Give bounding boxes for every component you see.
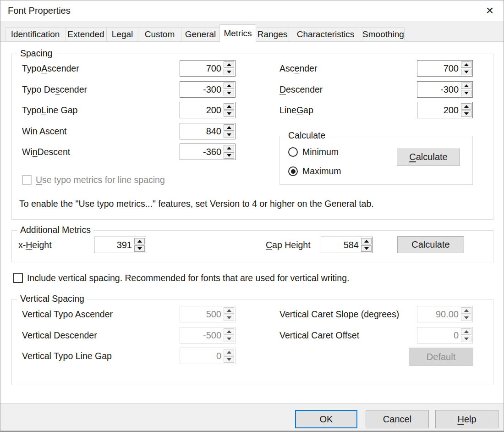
calculate-button[interactable]: Calculate [397,149,460,166]
arrow-up-icon [464,63,469,66]
arrow-up-icon [464,105,469,108]
vertical-caret-slope-label: Vertical Caret Slope (degrees) [279,306,399,322]
line-gap-input[interactable] [417,102,461,118]
additional-metrics-title: Additional Metrics [17,225,93,235]
typo-ascender-input[interactable] [180,61,224,76]
ascender-label: Ascender [279,60,317,77]
close-button[interactable]: × [479,1,501,20]
tab-characteristics[interactable]: Characteristics [289,27,362,41]
vertical-caret-slope-spinner [417,306,473,322]
spinner-up-button[interactable] [224,61,234,68]
typo-metrics-note: To enable the "Use typo metrics..." feat… [19,199,374,209]
arrow-up-icon [227,330,231,333]
tab-extended[interactable]: Extended [65,27,107,41]
spinner-down-button[interactable] [461,111,471,117]
spinner-down-button[interactable] [461,69,471,75]
typo-line-gap-label: Typo Line Gap [22,102,77,118]
spinner-down-button [224,336,234,342]
tab-metrics[interactable]: Metrics [219,24,256,42]
win-descent-input[interactable] [180,144,224,160]
tab-smoothing[interactable]: Smoothing [362,27,405,41]
calculate-additional-button[interactable]: Calculate [397,236,464,253]
spinner-down-button[interactable] [224,111,234,117]
arrow-down-icon [227,358,231,361]
win-ascent-spinner [180,123,236,139]
minimum-radio[interactable] [288,147,298,157]
arrow-down-icon [464,92,469,94]
arrow-up-icon [227,309,231,312]
ok-button[interactable]: OK [295,410,357,428]
spinner-down-button [224,356,234,363]
include-vertical-label: Include vertical spacing. Recommended fo… [27,273,349,283]
spinner-down-button[interactable] [224,69,234,75]
arrow-up-icon [227,63,231,66]
win-ascent-input[interactable] [180,123,224,139]
tab-identification[interactable]: Identification [5,27,66,41]
tab-ranges[interactable]: Ranges [256,27,289,41]
arrow-down-icon [137,247,142,250]
spinner-up-button[interactable] [224,83,234,89]
spinner-up-button[interactable] [461,61,471,68]
arrow-down-icon [464,112,469,115]
cap-height-label: Cap Height [266,237,311,253]
metrics-tab-page: Spacing Typo Ascender Typo Descender Typ… [0,41,504,403]
vertical-descender-label: Vertical Descender [22,327,97,343]
vertical-typo-ascender-spinner [180,306,236,322]
close-icon: × [486,4,493,17]
spinner-down-button[interactable] [361,245,372,252]
spinner-down-button[interactable] [224,90,234,96]
typo-descender-input[interactable] [180,82,224,97]
tab-legal[interactable]: Legal [106,27,138,41]
spinner-up-button[interactable] [361,238,372,244]
spinner-up-button[interactable] [224,145,234,151]
arrow-up-icon [227,105,231,108]
ascender-input[interactable] [417,61,461,76]
vertical-caret-offset-label: Vertical Caret Offset [279,327,359,343]
spinner-up-button [224,328,234,335]
arrow-down-icon [464,316,469,319]
spinner-down-button[interactable] [461,90,471,96]
default-button: Default [409,348,473,366]
typo-ascender-label: Typo Ascender [22,60,79,77]
tab-general[interactable]: General [181,27,220,41]
maximum-radio[interactable] [288,166,298,176]
spinner-up-button[interactable] [134,238,145,244]
cancel-button[interactable]: Cancel [366,410,429,428]
spinner-down-button[interactable] [134,245,145,252]
x-height-input[interactable] [94,237,134,253]
cap-height-input[interactable] [321,237,361,253]
spinner-up-button[interactable] [224,103,234,110]
vertical-typo-line-gap-input [180,348,224,364]
arrow-down-icon [227,92,231,94]
spinner-down-button[interactable] [224,152,234,159]
font-properties-dialog: Font Properties × Identification Extende… [0,0,504,432]
arrow-down-icon [227,112,231,115]
typo-line-gap-input[interactable] [180,102,224,118]
spacing-group: Spacing Typo Ascender Typo Descender Typ… [11,54,493,220]
arrow-up-icon [464,309,469,312]
vertical-caret-offset-input [417,327,461,343]
include-vertical-checkrow: Include vertical spacing. Recommended fo… [13,273,349,283]
vertical-caret-slope-input [417,306,461,322]
dialog-footer: OK Cancel Help [0,403,504,431]
tab-custom[interactable]: Custom [138,27,181,41]
minimum-radio-label: Minimum [302,147,339,157]
spinner-down-button[interactable] [224,132,234,138]
spacing-group-title: Spacing [17,48,55,59]
descender-input[interactable] [417,82,461,97]
help-button[interactable]: Help [435,410,499,428]
arrow-down-icon [227,338,231,340]
calculate-group-title: Calculate [285,130,328,141]
arrow-down-icon [227,154,231,157]
cap-height-spinner [321,237,373,253]
use-typo-metrics-checkbox[interactable] [22,175,32,185]
line-gap-label: Line Gap [279,102,313,118]
arrow-up-icon [227,147,231,150]
include-vertical-checkbox[interactable] [13,273,23,283]
title-bar: Font Properties × [0,0,504,21]
win-descent-spinner [180,144,236,160]
descender-label: Descender [279,81,323,98]
spinner-up-button[interactable] [224,124,234,131]
spinner-up-button[interactable] [461,83,471,89]
spinner-up-button[interactable] [461,103,471,110]
